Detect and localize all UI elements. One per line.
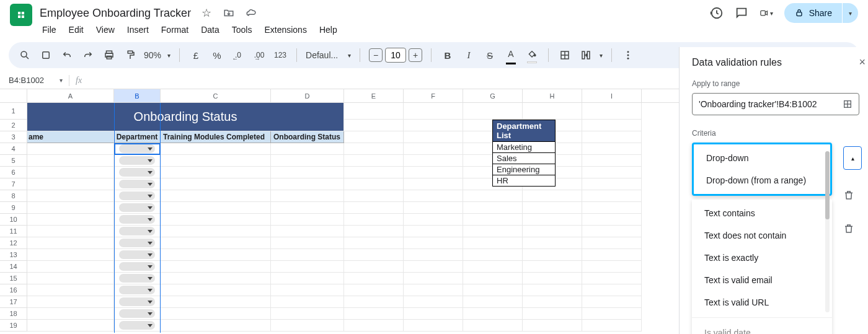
dropdown-chip[interactable] — [119, 144, 155, 153]
col-header-a[interactable]: A — [27, 89, 114, 102]
dropdown-chip[interactable] — [119, 309, 155, 318]
cell-a13[interactable] — [27, 249, 114, 261]
font-dropdown-icon[interactable]: ▾ — [348, 52, 351, 59]
row-header-12[interactable]: 12 — [0, 237, 27, 249]
col-header-c[interactable]: C — [161, 89, 271, 102]
cell-c6[interactable] — [161, 167, 271, 178]
cell-b8[interactable] — [114, 190, 161, 202]
cloud-status-icon[interactable] — [244, 6, 258, 20]
col-header-i[interactable]: I — [582, 89, 642, 102]
row-header-18[interactable]: 18 — [0, 308, 27, 320]
borders-button[interactable] — [557, 48, 572, 63]
dropdown-chip[interactable] — [119, 180, 155, 188]
cell-c18[interactable] — [161, 308, 271, 320]
fill-color-button[interactable] — [525, 49, 539, 61]
cell-a19[interactable] — [27, 320, 114, 332]
merged-title-cell[interactable]: Onboarding Status — [27, 103, 344, 131]
dropdown-chip[interactable] — [119, 321, 155, 330]
cell-d18[interactable] — [271, 308, 344, 320]
cell-c15[interactable] — [161, 273, 271, 284]
document-title[interactable]: Employee Onboarding Tracker — [40, 7, 191, 20]
merge-dropdown-icon[interactable]: ▾ — [600, 52, 603, 59]
share-button[interactable]: Share — [784, 3, 842, 23]
meet-icon[interactable]: ▾ — [760, 6, 773, 20]
more-formats-button[interactable]: 123 — [273, 48, 288, 63]
increase-decimal-button[interactable]: .00→ — [252, 48, 267, 63]
cell-b16[interactable] — [114, 284, 161, 296]
cell-d5[interactable] — [271, 155, 344, 167]
text-color-button[interactable]: A — [503, 49, 518, 61]
redo-arrow-icon[interactable] — [81, 48, 95, 63]
row-header-11[interactable]: 11 — [0, 226, 27, 237]
cell-d12[interactable] — [271, 237, 344, 249]
row-header-16[interactable]: 16 — [0, 284, 27, 296]
row-header-13[interactable]: 13 — [0, 249, 27, 261]
dropdown-chip[interactable] — [119, 274, 155, 283]
cell-c19[interactable] — [161, 320, 271, 332]
cell-a18[interactable] — [27, 308, 114, 320]
menu-view[interactable]: View — [96, 25, 115, 35]
bold-button[interactable]: B — [440, 48, 455, 63]
undo-arrow-icon[interactable] — [60, 48, 74, 63]
cell-a12[interactable] — [27, 237, 114, 249]
cell-d3[interactable]: Onboarding Status — [271, 131, 344, 143]
cell-b12[interactable] — [114, 237, 161, 249]
dropdown-chip[interactable] — [119, 168, 155, 177]
cell-b3[interactable]: Department — [114, 131, 161, 143]
cell-d15[interactable] — [271, 273, 344, 284]
share-more-button[interactable]: ▾ — [843, 3, 858, 23]
cell-d4[interactable] — [271, 143, 344, 155]
cell-b6[interactable] — [114, 167, 161, 178]
cell-c5[interactable] — [161, 155, 271, 167]
row-header-2[interactable]: 2 — [0, 120, 27, 131]
cell-a17[interactable] — [27, 296, 114, 308]
print-icon[interactable] — [102, 48, 117, 63]
col-header-b[interactable]: B — [114, 89, 161, 102]
cell-a15[interactable] — [27, 273, 114, 284]
dropdown-chip[interactable] — [119, 203, 155, 212]
font-family-select[interactable]: Defaul... — [306, 50, 342, 60]
sheets-logo-icon[interactable] — [10, 4, 32, 26]
dropdown-chip[interactable] — [119, 215, 155, 224]
delete-option-icon-2[interactable] — [843, 223, 854, 234]
criteria-text-contains[interactable]: Text contains — [692, 202, 832, 224]
name-box-dropdown-icon[interactable]: ▾ — [60, 77, 63, 84]
cell-c4[interactable] — [161, 143, 271, 155]
cell-d19[interactable] — [271, 320, 344, 332]
row-header-7[interactable]: 7 — [0, 178, 27, 190]
menu-tools[interactable]: Tools — [232, 25, 252, 35]
cell-b13[interactable] — [114, 249, 161, 261]
cell-b4[interactable] — [114, 143, 161, 155]
dropdown-chip[interactable] — [119, 250, 155, 259]
row-header-6[interactable]: 6 — [0, 167, 27, 178]
search-menus-icon[interactable] — [17, 48, 32, 63]
cell-a4[interactable] — [27, 143, 114, 155]
row-header-1[interactable]: 1 — [0, 103, 27, 120]
merge-cells-button[interactable] — [578, 48, 593, 63]
star-icon[interactable]: ☆ — [200, 6, 213, 20]
currency-button[interactable]: £ — [188, 48, 203, 63]
cell-c11[interactable] — [161, 226, 271, 237]
cell-a11[interactable] — [27, 226, 114, 237]
row-header-5[interactable]: 5 — [0, 155, 27, 167]
strikethrough-button[interactable]: S — [482, 48, 497, 63]
cell-c14[interactable] — [161, 261, 271, 273]
cell-a6[interactable] — [27, 167, 114, 178]
dropdown-chip[interactable] — [119, 227, 155, 235]
cell-b18[interactable] — [114, 308, 161, 320]
zoom-level[interactable]: 90% — [144, 50, 161, 60]
cell-d8[interactable] — [271, 190, 344, 202]
cell-d14[interactable] — [271, 261, 344, 273]
cell-a7[interactable] — [27, 178, 114, 190]
row-header-19[interactable]: 19 — [0, 320, 27, 332]
font-size-input[interactable] — [385, 48, 406, 63]
cell-c7[interactable] — [161, 178, 271, 190]
col-header-e[interactable]: E — [344, 89, 404, 102]
cell-b19[interactable] — [114, 320, 161, 332]
percent-button[interactable]: % — [210, 48, 224, 63]
cell-c9[interactable] — [161, 202, 271, 214]
dropdown-chip[interactable] — [119, 239, 155, 247]
history-icon[interactable] — [710, 6, 724, 20]
more-tools-icon[interactable] — [621, 48, 636, 63]
zoom-dropdown-icon[interactable]: ▾ — [167, 52, 170, 59]
